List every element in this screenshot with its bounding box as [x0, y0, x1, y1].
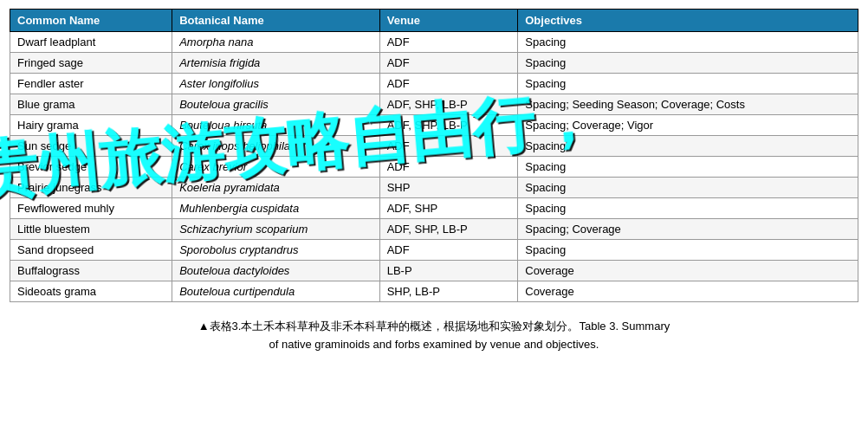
cell-botanical-name: Bouteloua gracilis [172, 94, 380, 115]
data-table: Common Name Botanical Name Venue Objecti… [10, 9, 858, 302]
cell-objectives: Spacing; Seeding Season; Coverage; Costs [518, 94, 858, 115]
cell-objectives: Spacing; Coverage; Vigor [518, 115, 858, 136]
cell-botanical-name: Carex brevior [172, 157, 380, 178]
cell-common-name: Dwarf leadplant [10, 32, 172, 53]
cell-venue: SHP, LB-P [379, 281, 518, 302]
table-row: Prairie junegrassKoeleria pyramidataSHPS… [10, 178, 858, 198]
cell-common-name: Hairy grama [10, 115, 172, 136]
cell-objectives: Spacing [518, 178, 858, 198]
header-objectives: Objectives [518, 10, 858, 32]
cell-objectives: Spacing [518, 157, 858, 178]
table-row: Hairy gramaBouteloua hirsutaADF, SHP, LB… [10, 115, 858, 136]
cell-objectives: Spacing [518, 240, 858, 261]
cell-common-name: Prairie junegrass [10, 178, 172, 198]
header-venue: Venue [379, 10, 518, 32]
cell-common-name: Brevior sedge [10, 157, 172, 178]
header-common-name: Common Name [10, 10, 172, 32]
cell-common-name: Buffalograss [10, 261, 172, 281]
cell-venue: ADF [379, 53, 518, 74]
cell-botanical-name: Carex inops heliophila [172, 136, 380, 157]
cell-venue: ADF [379, 136, 518, 157]
cell-botanical-name: Schizachyrium scoparium [172, 219, 380, 240]
cell-botanical-name: Sporobolus cryptandrus [172, 240, 380, 261]
cell-venue: ADF, SHP, LB-P [379, 219, 518, 240]
cell-objectives: Coverage [518, 261, 858, 281]
table-row: Sand dropseedSporobolus cryptandrusADFSp… [10, 240, 858, 261]
cell-objectives: Spacing [518, 32, 858, 53]
cell-common-name: Sun sedge [10, 136, 172, 157]
table-row: Dwarf leadplantAmorpha nanaADFSpacing [10, 32, 858, 53]
table-caption: ▲表格3.本土禾本科草种及非禾本科草种的概述，根据场地和实验对象划分。Table… [10, 318, 858, 354]
cell-venue: ADF [379, 240, 518, 261]
table-wrapper: Common Name Botanical Name Venue Objecti… [10, 9, 858, 354]
table-row: Fendler asterAster longifoliusADFSpacing [10, 74, 858, 94]
cell-objectives: Coverage [518, 281, 858, 302]
cell-botanical-name: Artemisia frigida [172, 53, 380, 74]
cell-venue: ADF, SHP, LB-P [379, 94, 518, 115]
cell-objectives: Spacing [518, 198, 858, 219]
cell-common-name: Sand dropseed [10, 240, 172, 261]
cell-objectives: Spacing [518, 53, 858, 74]
cell-botanical-name: Bouteloua dactyloides [172, 261, 380, 281]
cell-venue: LB-P [379, 261, 518, 281]
table-row: Fewflowered muhlyMuhlenbergia cuspidataA… [10, 198, 858, 219]
table-row: Brevior sedgeCarex breviorADFSpacing [10, 157, 858, 178]
cell-botanical-name: Bouteloua hirsuta [172, 115, 380, 136]
cell-common-name: Fringed sage [10, 53, 172, 74]
cell-common-name: Little bluestem [10, 219, 172, 240]
caption-line1: ▲表格3.本土禾本科草种及非禾本科草种的概述，根据场地和实验对象划分。Table… [36, 318, 832, 336]
table-header-row: Common Name Botanical Name Venue Objecti… [10, 10, 858, 32]
cell-objectives: Spacing; Coverage [518, 219, 858, 240]
table-row: Blue gramaBouteloua gracilisADF, SHP, LB… [10, 94, 858, 115]
cell-venue: ADF [379, 74, 518, 94]
cell-common-name: Blue grama [10, 94, 172, 115]
table-row: Sideoats gramaBouteloua curtipendulaSHP,… [10, 281, 858, 302]
cell-common-name: Fendler aster [10, 74, 172, 94]
cell-common-name: Sideoats grama [10, 281, 172, 302]
cell-botanical-name: Koeleria pyramidata [172, 178, 380, 198]
caption-line2: of native graminoids and forbs examined … [36, 336, 832, 354]
cell-botanical-name: Aster longifolius [172, 74, 380, 94]
cell-venue: ADF, SHP, LB-P [379, 115, 518, 136]
cell-venue: ADF [379, 32, 518, 53]
cell-venue: ADF [379, 157, 518, 178]
cell-objectives: Spacing [518, 74, 858, 94]
cell-objectives: Spacing [518, 136, 858, 157]
table-row: Fringed sageArtemisia frigidaADFSpacing [10, 53, 858, 74]
cell-botanical-name: Amorpha nana [172, 32, 380, 53]
cell-common-name: Fewflowered muhly [10, 198, 172, 219]
table-row: BuffalograssBouteloua dactyloidesLB-PCov… [10, 261, 858, 281]
cell-botanical-name: Muhlenbergia cuspidata [172, 198, 380, 219]
cell-venue: ADF, SHP [379, 198, 518, 219]
cell-botanical-name: Bouteloua curtipendula [172, 281, 380, 302]
cell-venue: SHP [379, 178, 518, 198]
header-botanical-name: Botanical Name [172, 10, 380, 32]
table-row: Sun sedgeCarex inops heliophilaADFSpacin… [10, 136, 858, 157]
table-row: Little bluestemSchizachyrium scopariumAD… [10, 219, 858, 240]
